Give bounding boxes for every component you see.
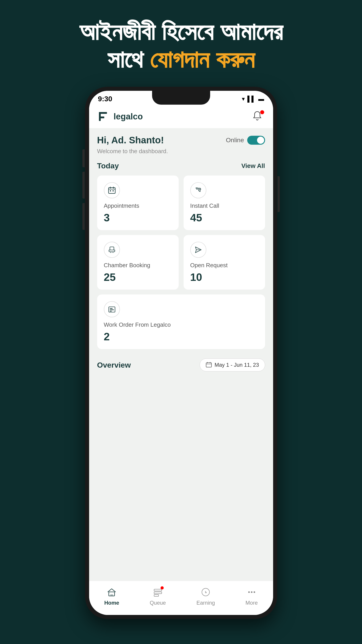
- overview-section: Overview May 1 - Jun 11, 23: [97, 354, 265, 372]
- toggle-switch[interactable]: [247, 136, 265, 145]
- side-button-1: [82, 149, 85, 167]
- earning-nav-label: Earning: [196, 600, 215, 606]
- logo-icon: [98, 110, 111, 123]
- instant-call-card[interactable]: Instant Call 45: [183, 176, 265, 230]
- view-all-button[interactable]: View All: [241, 162, 265, 170]
- phone-frame: 9:30 ▾ ▌▌ ▬ legalco: [85, 87, 277, 619]
- svg-rect-14: [154, 589, 162, 591]
- date-range-text: May 1 - Jun 11, 23: [215, 362, 259, 368]
- phone-icon: [194, 186, 202, 194]
- logo-text: legalco: [114, 112, 143, 122]
- svg-rect-9: [110, 310, 114, 310]
- work-order-icon: [108, 305, 116, 314]
- status-time: 9:30: [98, 95, 112, 103]
- svg-rect-13: [110, 594, 113, 596]
- work-order-label: Work Order From Legalco: [104, 321, 258, 328]
- svg-point-20: [251, 592, 252, 593]
- svg-rect-1: [99, 112, 107, 114]
- date-range-button[interactable]: May 1 - Jun 11, 23: [200, 358, 265, 372]
- stats-grid: Appointments 3 Instant Call 45: [97, 176, 265, 290]
- instant-call-icon-circle: [190, 182, 206, 198]
- today-section-header: Today View All: [97, 162, 265, 170]
- status-bar: 9:30 ▾ ▌▌ ▬: [89, 91, 273, 106]
- appointments-label: Appointments: [104, 202, 172, 209]
- open-request-icon-circle: [190, 242, 206, 258]
- home-nav-icon: [106, 586, 118, 598]
- nav-item-more[interactable]: More: [245, 586, 258, 606]
- instant-call-label: Instant Call: [190, 202, 258, 209]
- work-order-card[interactable]: Work Order From Legalco 2: [97, 294, 265, 349]
- online-toggle[interactable]: Online: [226, 136, 265, 145]
- calendar-small-icon: [206, 362, 212, 368]
- notch: [152, 91, 210, 105]
- dashboard-content: Hi, Ad. Shanto! Online Welcome to the da…: [89, 128, 273, 581]
- logo-area: legalco: [98, 110, 143, 123]
- chamber-booking-label: Chamber Booking: [104, 262, 172, 269]
- svg-rect-5: [113, 190, 114, 192]
- svg-rect-4: [110, 190, 111, 192]
- hero-line2-white: সাথে: [107, 46, 150, 73]
- home-nav-label: Home: [104, 600, 119, 606]
- open-request-label: Open Request: [190, 262, 258, 269]
- signal-icon: ▌▌: [247, 96, 256, 102]
- side-button-2: [82, 172, 85, 198]
- queue-notification-dot: [161, 586, 164, 590]
- nav-item-earning[interactable]: ৳ Earning: [196, 586, 215, 606]
- hero-line1: আইনজীবী হিসেবে আমাদের: [79, 18, 283, 46]
- greeting-row: Hi, Ad. Shanto! Online: [97, 135, 265, 146]
- svg-rect-6: [110, 247, 114, 250]
- appointments-icon-circle: [104, 182, 120, 198]
- instant-call-value: 45: [190, 212, 258, 224]
- hero-line2: সাথে যোগদান করুন: [79, 46, 283, 73]
- toggle-knob: [257, 137, 264, 144]
- bell-button[interactable]: [252, 110, 264, 123]
- wifi-icon: ▾: [242, 96, 245, 102]
- svg-rect-2: [99, 116, 104, 118]
- svg-rect-10: [110, 311, 112, 312]
- side-button-right: [278, 176, 280, 212]
- more-icon: [247, 587, 257, 597]
- svg-text:৳: ৳: [204, 590, 206, 594]
- svg-point-19: [248, 592, 250, 593]
- app-header: legalco: [89, 106, 273, 128]
- queue-nav-icon: [152, 586, 164, 598]
- chamber-booking-value: 25: [104, 271, 172, 283]
- overview-title: Overview: [97, 361, 131, 370]
- today-label: Today: [97, 162, 119, 170]
- svg-rect-11: [206, 363, 211, 367]
- appointments-card[interactable]: Appointments 3: [97, 176, 179, 230]
- chamber-booking-icon-circle: [104, 242, 120, 258]
- side-button-3: [82, 203, 85, 230]
- nav-item-home[interactable]: Home: [104, 586, 119, 606]
- send-icon: [194, 246, 202, 254]
- svg-rect-3: [109, 188, 115, 194]
- status-icons: ▾ ▌▌ ▬: [242, 96, 264, 102]
- svg-rect-16: [154, 594, 159, 596]
- hero-line2-orange: যোগদান করুন: [150, 46, 255, 73]
- bottom-nav: Home Queue ৳: [89, 581, 273, 615]
- chamber-booking-card[interactable]: Chamber Booking 25: [97, 235, 179, 290]
- nav-item-queue[interactable]: Queue: [150, 586, 166, 606]
- svg-rect-8: [110, 308, 113, 309]
- earning-icon: ৳: [200, 587, 211, 597]
- notification-dot: [260, 110, 264, 114]
- queue-nav-label: Queue: [150, 600, 166, 606]
- online-label: Online: [226, 137, 244, 144]
- phone-screen: 9:30 ▾ ▌▌ ▬ legalco: [89, 91, 273, 615]
- greeting-name: Hi, Ad. Shanto!: [97, 135, 164, 146]
- svg-rect-15: [154, 592, 162, 594]
- hero-section: আইনজীবী হিসেবে আমাদের সাথে যোগদান করুন: [61, 18, 301, 73]
- earning-nav-icon: ৳: [200, 586, 211, 598]
- open-request-value: 10: [190, 271, 258, 283]
- more-nav-icon: [246, 586, 257, 598]
- open-request-card[interactable]: Open Request 10: [183, 235, 265, 290]
- battery-icon: ▬: [258, 96, 264, 102]
- chair-icon: [108, 246, 116, 254]
- welcome-text: Welcome to the dashboard.: [97, 148, 265, 155]
- home-icon: [107, 587, 117, 597]
- svg-point-21: [253, 592, 255, 593]
- calendar-icon: [108, 186, 116, 194]
- work-order-value: 2: [104, 330, 258, 343]
- work-order-icon-circle: [104, 301, 120, 317]
- appointments-value: 3: [104, 212, 172, 224]
